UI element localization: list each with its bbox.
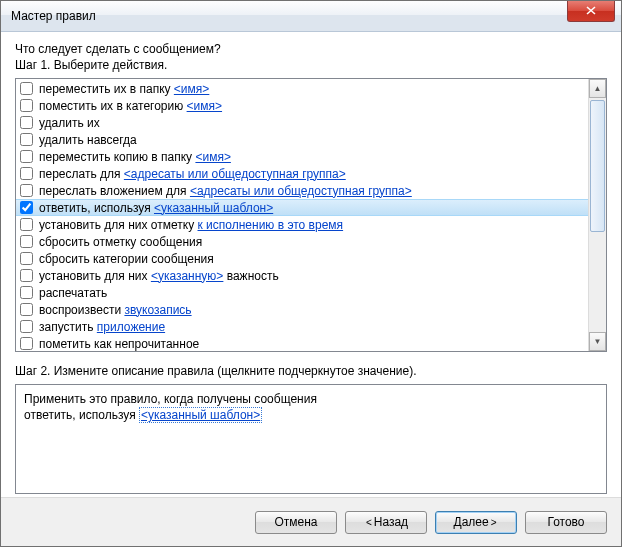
action-checkbox[interactable] [20, 150, 33, 163]
close-icon [586, 6, 596, 15]
scroll-down-button[interactable]: ▼ [589, 332, 606, 351]
scroll-thumb[interactable] [590, 100, 605, 232]
titlebar: Мастер правил [1, 1, 621, 32]
action-label: запустить приложение [39, 320, 165, 334]
action-row[interactable]: сбросить отметку сообщения [16, 233, 588, 250]
action-link[interactable]: <адресаты или общедоступная группа> [124, 167, 346, 181]
actions-list[interactable]: переместить их в папку <имя>поместить их… [16, 79, 588, 351]
action-row[interactable]: переслать для <адресаты или общедоступна… [16, 165, 588, 182]
action-label: удалить навсегда [39, 133, 137, 147]
intro-text: Что следует сделать с сообщением? [15, 42, 607, 56]
action-checkbox[interactable] [20, 235, 33, 248]
button-bar: Отмена < Назад Далее > Готово [1, 497, 621, 546]
action-label: воспроизвести звукозапись [39, 303, 192, 317]
action-link[interactable]: <имя> [174, 82, 209, 96]
action-label: удалить их [39, 116, 100, 130]
action-link[interactable]: звукозапись [124, 303, 191, 317]
action-label: переслать для <адресаты или общедоступна… [39, 167, 346, 181]
dialog-body: Что следует сделать с сообщением? Шаг 1.… [1, 32, 621, 497]
action-label: сбросить категории сообщения [39, 252, 214, 266]
action-checkbox[interactable] [20, 167, 33, 180]
action-checkbox[interactable] [20, 303, 33, 316]
action-checkbox[interactable] [20, 218, 33, 231]
rule-description-box: Применить это правило, когда получены со… [15, 384, 607, 494]
scroll-track[interactable] [589, 98, 606, 332]
action-row[interactable]: поместить их в категорию <имя> [16, 97, 588, 114]
desc-line1: Применить это правило, когда получены со… [24, 391, 598, 407]
action-label: установить для них отметку к исполнению … [39, 218, 343, 232]
action-label: пометить как непрочитанное [39, 337, 199, 351]
action-checkbox[interactable] [20, 133, 33, 146]
action-row[interactable]: установить для них отметку к исполнению … [16, 216, 588, 233]
actions-listbox: переместить их в папку <имя>поместить их… [15, 78, 607, 352]
action-row[interactable]: удалить их [16, 114, 588, 131]
desc-line2: ответить, используя <указанный шаблон> [24, 407, 598, 423]
action-checkbox[interactable] [20, 82, 33, 95]
action-row[interactable]: установить для них <указанную> важность [16, 267, 588, 284]
action-checkbox[interactable] [20, 320, 33, 333]
action-checkbox[interactable] [20, 201, 33, 214]
action-link[interactable]: <указанный шаблон> [154, 201, 273, 215]
action-label: распечатать [39, 286, 107, 300]
action-link[interactable]: приложение [97, 320, 165, 334]
action-label: переместить их в папку <имя> [39, 82, 209, 96]
template-link[interactable]: <указанный шаблон> [139, 407, 262, 423]
action-row[interactable]: пометить как непрочитанное [16, 335, 588, 351]
action-checkbox[interactable] [20, 99, 33, 112]
action-link[interactable]: <имя> [195, 150, 230, 164]
action-label: установить для них <указанную> важность [39, 269, 279, 283]
back-button[interactable]: < Назад [345, 511, 427, 534]
action-row[interactable]: запустить приложение [16, 318, 588, 335]
action-label: переслать вложением для <адресаты или об… [39, 184, 412, 198]
action-label: сбросить отметку сообщения [39, 235, 202, 249]
action-label: поместить их в категорию <имя> [39, 99, 222, 113]
action-row[interactable]: распечатать [16, 284, 588, 301]
rules-wizard-window: Мастер правил Что следует сделать с сооб… [0, 0, 622, 547]
action-row[interactable]: переслать вложением для <адресаты или об… [16, 182, 588, 199]
step1-label: Шаг 1. Выберите действия. [15, 58, 607, 72]
scroll-up-button[interactable]: ▲ [589, 79, 606, 98]
action-checkbox[interactable] [20, 184, 33, 197]
close-button[interactable] [567, 1, 615, 22]
action-checkbox[interactable] [20, 337, 33, 350]
action-link[interactable]: <указанную> [151, 269, 224, 283]
action-row[interactable]: переместить их в папку <имя> [16, 80, 588, 97]
action-row[interactable]: переместить копию в папку <имя> [16, 148, 588, 165]
action-link[interactable]: к исполнению в это время [198, 218, 344, 232]
action-checkbox[interactable] [20, 286, 33, 299]
action-row[interactable]: удалить навсегда [16, 131, 588, 148]
action-checkbox[interactable] [20, 116, 33, 129]
action-checkbox[interactable] [20, 269, 33, 282]
action-label: ответить, используя <указанный шаблон> [39, 201, 273, 215]
action-link[interactable]: <адресаты или общедоступная группа> [190, 184, 412, 198]
action-checkbox[interactable] [20, 252, 33, 265]
cancel-button[interactable]: Отмена [255, 511, 337, 534]
action-label: переместить копию в папку <имя> [39, 150, 231, 164]
action-row[interactable]: сбросить категории сообщения [16, 250, 588, 267]
action-link[interactable]: <имя> [187, 99, 222, 113]
step2-label: Шаг 2. Измените описание правила (щелкни… [15, 364, 607, 378]
next-button[interactable]: Далее > [435, 511, 517, 534]
finish-button[interactable]: Готово [525, 511, 607, 534]
action-row[interactable]: воспроизвести звукозапись [16, 301, 588, 318]
scrollbar[interactable]: ▲ ▼ [588, 79, 606, 351]
window-title: Мастер правил [11, 9, 96, 23]
action-row[interactable]: ответить, используя <указанный шаблон> [16, 199, 588, 216]
